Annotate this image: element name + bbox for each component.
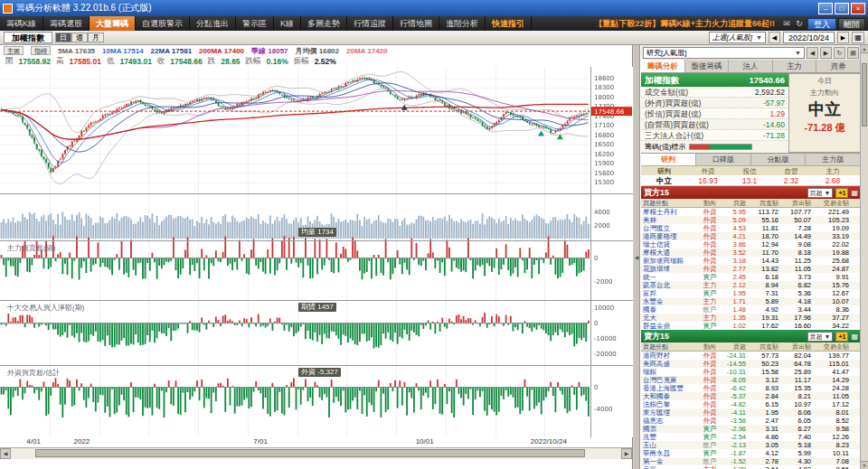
date-input[interactable]: 2022/10/24 (783, 32, 835, 43)
buy-row[interactable]: 元大主力1.3519.3117.9637.27 (641, 314, 861, 322)
buy-row[interactable]: 美林外資5.0955.1650.07105.23 (641, 216, 861, 224)
sell-row[interactable]: 德意志外資-3.582.476.058.52 (641, 417, 861, 425)
buy-row[interactable]: 國泰散戶1.484.923.448.36 (641, 305, 861, 314)
sentiment-tab[interactable]: 主力版 (806, 154, 861, 165)
scroll-left-button[interactable]: ◀ (0, 448, 11, 459)
chart-tool-button[interactable]: 主圖 (4, 46, 24, 55)
panel-tab[interactable]: 法人 (729, 60, 773, 72)
chart-tool-button[interactable]: 指標 (31, 46, 51, 55)
horizontal-scrollbar[interactable]: ◀ ▶ (0, 447, 632, 458)
research-select[interactable]: 研究[人氣股]▼ (643, 47, 805, 59)
sell-filter-select[interactable]: 賣超 ▼ (807, 332, 834, 342)
buy-row[interactable]: 永豐金主力1.715.894.1810.07 (641, 297, 861, 305)
menu-item[interactable]: 分點進出 (190, 16, 236, 31)
minimize-button[interactable]: – (818, 3, 833, 14)
sell-row[interactable]: 國票實戶-2.963.316.279.58 (641, 425, 861, 433)
trend-tag: 外資 (699, 257, 721, 265)
list-icon[interactable]: ▤ (847, 47, 859, 59)
sell-row[interactable]: 華南永昌實戶-1.874.125.9910.11 (641, 449, 861, 457)
period-button[interactable]: 月 (88, 33, 104, 42)
add-column-button[interactable]: +1 (835, 332, 848, 342)
sell-row[interactable]: 香港上海匯豐外資-6.428.9315.3524.28 (641, 384, 861, 392)
buy-row[interactable]: 凱基台北主力2.128.946.8215.76 (641, 281, 861, 289)
refresh-icon[interactable]: ↻ (834, 47, 845, 59)
buy-row[interactable]: 摩根大通外資3.5211.708.1819.88 (641, 249, 861, 257)
sentiment-tab[interactable]: 口碑版 (696, 154, 751, 165)
sell-row[interactable]: 台灣巴克萊外資-8.053.1211.1714.29 (641, 376, 861, 384)
scrollbar-thumb[interactable] (35, 449, 585, 457)
menu-item[interactable]: 警示區 (236, 16, 274, 31)
menu-item[interactable]: K線 (274, 16, 301, 31)
chevron-down-icon: ▼ (795, 48, 801, 58)
menu-item[interactable]: 多圖走勢 (301, 16, 347, 31)
broker-name: 第一金 (641, 457, 699, 465)
sell-row[interactable]: 大和國泰外資-5.372.848.2111.05 (641, 392, 861, 400)
sell-row[interactable]: 玉山散戶-2.133.055.188.23 (641, 441, 861, 449)
menu-item[interactable]: 籌碼K線 (0, 16, 43, 31)
scroll-down-button[interactable]: ▼ (861, 461, 868, 469)
panel-tab[interactable]: 盤後籌碼 (685, 60, 730, 72)
menu-item[interactable]: 行情地圖 (393, 16, 439, 31)
menu-item[interactable]: 行情追蹤 (347, 16, 393, 31)
prev-date-button[interactable]: ◀ (769, 32, 780, 43)
maximize-button[interactable]: □ (835, 3, 849, 14)
prev-button[interactable]: ◀ (807, 47, 818, 59)
sentiment-tab[interactable]: 分點版 (751, 154, 807, 165)
login-button[interactable]: 登入 (807, 18, 836, 30)
sell-amount: 4.92 (780, 465, 813, 469)
sell-row[interactable]: 東方匯理外資-4.111.956.068.01 (641, 408, 861, 417)
sell-row[interactable]: 美商高盛外資-14.5550.2364.78115.01 (641, 360, 861, 368)
scroll-up-button[interactable]: ▲ (861, 45, 868, 53)
buy-row[interactable]: 港商麥格理外資4.2118.7014.4933.19 (641, 232, 861, 240)
buy-amount: 3.31 (748, 425, 780, 433)
scroll-right-button[interactable]: ▶ (621, 448, 632, 459)
menu-item[interactable]: 籌碼選股 (43, 16, 90, 31)
sell-row[interactable]: 第一金散戶-1.522.784.307.08 (641, 457, 861, 465)
add-column-button[interactable]: +1 (835, 188, 848, 198)
next-button[interactable]: ▶ (820, 47, 832, 59)
period-button[interactable]: 週 (71, 33, 88, 42)
buy-row[interactable]: 富邦實戶1.957.315.3612.67 (641, 289, 861, 297)
watchlist-select[interactable]: 上週[人氣股]▼ (709, 32, 766, 43)
menu-item[interactable]: 自選股警示 (136, 16, 190, 31)
buy-row[interactable]: 台灣匯立外資4.5311.817.2819.09 (641, 224, 861, 232)
panel-tab[interactable]: 資券 (816, 60, 861, 72)
buy-row[interactable]: 瑞士信貸外資3.8612.949.0822.02 (641, 240, 861, 249)
sell-row[interactable]: 兆豐實戶-2.544.867.4012.26 (641, 433, 861, 441)
close-button[interactable]: × (851, 3, 865, 14)
sell-row[interactable]: 元富主力-1.283.644.928.56 (641, 465, 861, 469)
next-date-button[interactable]: ▶ (837, 32, 849, 43)
buy-row[interactable]: 統一實戶2.456.183.739.91 (641, 273, 861, 281)
menu-item[interactable]: 進階分析 (439, 16, 486, 31)
buy-row[interactable]: 花旗環球外資2.7713.8211.0524.87 (641, 265, 861, 273)
scrollbar-thumb[interactable] (862, 63, 867, 127)
buy-row[interactable]: 群益金鼎實戶1.0217.6216.6034.22 (641, 322, 861, 330)
menu-item[interactable]: 快速指引 (486, 16, 532, 31)
buy-row[interactable]: 新加坡商瑞銀外資3.1814.4311.2525.68 (641, 257, 861, 265)
panel-tab[interactable]: 主力 (773, 60, 817, 72)
promo-banner[interactable]: 【重點下殺22折】籌碼K線+主力火力追蹤量66起!! (532, 18, 780, 30)
sell-row[interactable]: 瑞銀外資-10.3115.5825.8941.47 (641, 368, 861, 376)
mail-icon[interactable]: ✉ (780, 19, 793, 28)
sell-row[interactable]: 法銀巴黎外資-4.826.1510.9717.12 (641, 400, 861, 408)
sell-row[interactable]: 港商野村外資-24.3157.7382.04139.77 (641, 352, 861, 360)
broker-name: 元大 (641, 314, 699, 322)
panel-splitter[interactable]: ◀ (634, 45, 640, 469)
vertical-scrollbar[interactable]: ▲ ▼ (860, 45, 868, 469)
kline-canvas[interactable] (0, 67, 633, 437)
chart-area: 主圖指標5MA 1763510MA 1751422MA 17581200MA 1… (0, 45, 633, 469)
calendar-icon[interactable]: ▦ (852, 32, 864, 43)
scrollbar-track[interactable] (11, 448, 621, 459)
sentiment-tab[interactable]: 研判 (641, 154, 696, 165)
buy-filter-select[interactable]: 買超 ▼ (807, 188, 834, 198)
buy-row[interactable]: 摩根士丹利外資5.95113.72107.77221.49 (641, 208, 861, 216)
refresh-icon[interactable]: ↻ (793, 19, 806, 28)
broker-name: 德意志 (641, 417, 699, 425)
symbol-tab[interactable]: 加權指數 (4, 32, 52, 43)
panel-tab[interactable]: 籌碼分析 (641, 60, 685, 72)
menu-item[interactable]: 大盤籌碼 (90, 16, 136, 31)
quit-button[interactable]: 離開 (838, 18, 865, 30)
period-button[interactable]: 日 (55, 33, 71, 42)
grid-icon[interactable]: ▦ (851, 333, 858, 341)
grid-icon[interactable]: ▦ (851, 189, 858, 197)
